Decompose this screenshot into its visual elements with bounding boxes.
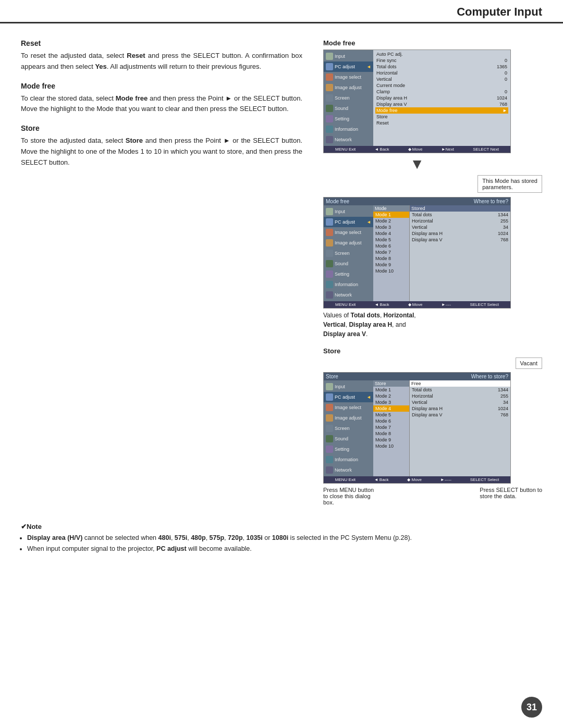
store-mode-5[interactable]: Mode 5 <box>373 412 409 418</box>
input-icon-3 <box>326 383 333 390</box>
store-val-totaldots: Total dots1344 <box>410 387 510 393</box>
store-values-col: Free Total dots1344 Horizontal255 Vertic… <box>410 380 510 476</box>
reset-heading: Reset <box>21 39 302 47</box>
footer-back-3: ◄ Back <box>374 477 389 482</box>
store-heading: Store <box>21 124 302 132</box>
row-modefree[interactable]: Mode free► <box>375 107 508 114</box>
mode-5-item[interactable]: Mode 5 <box>373 237 409 243</box>
footer-next-2: ►---- <box>442 302 451 307</box>
menu-item3-network: Network <box>324 465 373 475</box>
footer-exit-2: MENU Exit <box>335 302 356 307</box>
menu-item3-screen: Screen <box>324 423 373 434</box>
menu-item-screen: Screen <box>324 93 373 103</box>
mode-7-item[interactable]: Mode 7 <box>373 249 409 255</box>
store-mode-3[interactable]: Mode 3 <box>373 399 409 405</box>
mode-10-item[interactable]: Mode 10 <box>373 268 409 274</box>
panel3-title-store: Store <box>326 374 338 379</box>
imgadj-icon-2 <box>326 239 333 246</box>
store-val-displayh: Display area H1024 <box>410 405 510 412</box>
store-mode-1[interactable]: Mode 1 <box>373 387 409 393</box>
row-displayh: Display area H1024 <box>375 95 508 101</box>
sound-icon-3 <box>326 435 333 442</box>
menu-label-screen: Screen <box>335 95 350 101</box>
row-currentmode: Current mode <box>375 82 508 89</box>
row-reset: Reset <box>375 120 508 126</box>
imgadj-icon <box>326 84 333 91</box>
panel1-content: Auto PC adj. Fine sync0 Total dots1365 H… <box>373 50 510 146</box>
menu-label-pcadjust: PC adjust <box>335 64 355 69</box>
val-horizontal: Horizontal255 <box>410 218 510 224</box>
menu-sidebar-3: Input PC adjust ◄ Image select <box>324 380 373 476</box>
panel3-titlebar: Store Where to store? <box>324 373 510 380</box>
main-content: Reset To reset the adjusted data, select… <box>0 23 563 516</box>
mode-8-item[interactable]: Mode 8 <box>373 255 409 262</box>
store-mode-8[interactable]: Mode 8 <box>373 430 409 437</box>
val-displayv: Display area V768 <box>410 237 510 243</box>
mode-2-item[interactable]: Mode 2 <box>373 218 409 224</box>
row-finesync: Fine sync0 <box>375 57 508 64</box>
input-icon-2 <box>326 208 333 215</box>
mode-values-col-2: Stored Total dots1344 Horizontal255 Vert… <box>410 205 510 301</box>
store-mode-6[interactable]: Mode 6 <box>373 418 409 424</box>
note-item-2: When input computer signal to the projec… <box>27 544 542 554</box>
screen-icon-3 <box>326 425 333 432</box>
arrow-down-1: ▼ <box>323 156 511 172</box>
imgsel-icon <box>326 73 333 81</box>
setting-icon-2 <box>326 270 333 278</box>
mode-3-item[interactable]: Mode 3 <box>373 224 409 230</box>
store-mode-4[interactable]: Mode 4 <box>373 405 409 412</box>
row-displayv: Display area V768 <box>375 101 508 107</box>
footer-select-1: SELECT Next <box>473 147 499 152</box>
mode-9-item[interactable]: Mode 9 <box>373 262 409 268</box>
val-totaldots: Total dots1344 <box>410 212 510 218</box>
screen-icon-2 <box>326 250 333 257</box>
mode-6-item[interactable]: Mode 6 <box>373 243 409 249</box>
network-icon <box>326 136 333 143</box>
store-val-vertical: Vertical34 <box>410 399 510 405</box>
footer-select-3: SELECT Select <box>470 477 499 482</box>
page-number: 31 <box>521 697 542 718</box>
input-icon <box>326 53 333 60</box>
footer-next-1: ►Next <box>442 147 454 152</box>
store-annotations: Press MENU buttonto close this dialogbox… <box>323 487 542 505</box>
mode-free-text: To clear the stored data, select Mode fr… <box>21 93 302 115</box>
sound-icon <box>326 105 333 112</box>
store-mode-7[interactable]: Mode 7 <box>373 424 409 430</box>
store-panel: Store Where to store? Input PC adjust ◄ <box>323 372 511 484</box>
store-section: Store Vacant Store Where to store? Input <box>323 347 542 505</box>
mode-1-item[interactable]: Mode 1 <box>373 212 409 218</box>
footer-exit-1: MENU Exit <box>335 147 356 152</box>
menu-label-information: Information <box>335 127 358 132</box>
menu-label-imgadj: Image adjust <box>335 85 362 90</box>
footer-move-2: ◆ Move <box>408 302 423 307</box>
menu-item2-info: Information <box>324 279 373 290</box>
setting-icon-3 <box>326 446 333 453</box>
menu-label-sound: Sound <box>335 106 348 111</box>
store-mode-10[interactable]: Mode 10 <box>373 443 409 449</box>
mode-4-item[interactable]: Mode 4 <box>373 230 409 237</box>
menu-label-network: Network <box>335 137 352 142</box>
menu-item2-pcadjust[interactable]: PC adjust ◄ <box>324 217 373 227</box>
row-totaldots: Total dots1365 <box>375 64 508 70</box>
press-menu-text: Press MENU buttonto close this dialogbox… <box>323 487 374 505</box>
panel3-title-where: Where to store? <box>471 374 508 379</box>
panel3-inner: Input PC adjust ◄ Image select <box>324 380 510 476</box>
footer-next-3: ►----- <box>440 477 451 482</box>
val-vertical: Vertical34 <box>410 224 510 230</box>
page-title: Computer Input <box>457 5 542 19</box>
mode-free-panel-label: Mode free <box>323 39 542 47</box>
menu-sidebar-1: Input PC adjust ◄ Image select <box>324 50 373 146</box>
menu-item-setting: Setting <box>324 114 373 124</box>
store-mode-2[interactable]: Mode 2 <box>373 393 409 399</box>
menu-item3-pcadjust[interactable]: PC adjust ◄ <box>324 392 373 402</box>
menu-item-pcadjust[interactable]: PC adjust ◄ <box>324 61 373 72</box>
bottom-notes: ✔Note Display area (H/V) cannot be selec… <box>0 516 563 565</box>
pc-icon <box>326 63 333 70</box>
store-mode-9[interactable]: Mode 9 <box>373 437 409 443</box>
menu-item-input: Input <box>324 51 373 61</box>
store-val-horizontal: Horizontal255 <box>410 393 510 399</box>
imgsel-icon-2 <box>326 229 333 236</box>
menu-item2-imgadj: Image adjust <box>324 238 373 248</box>
store-mode-header: Store <box>373 380 409 387</box>
footer-move-3: ◆ Move <box>407 477 422 482</box>
